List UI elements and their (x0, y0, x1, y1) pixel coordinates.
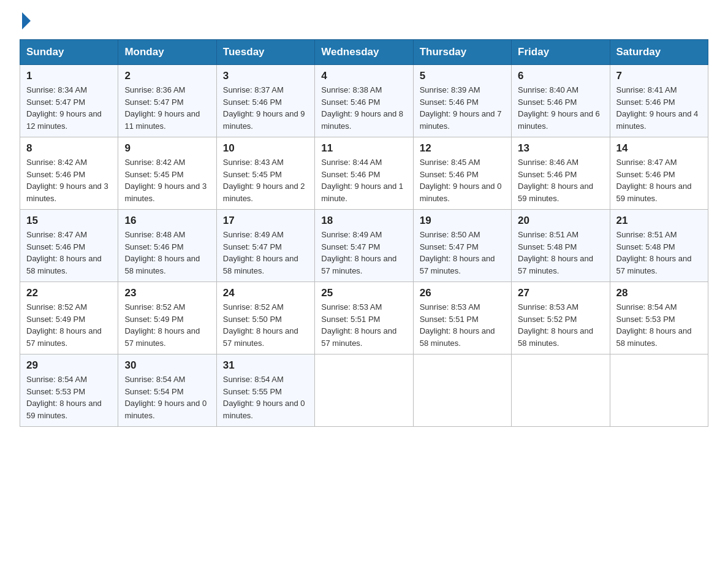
calendar-cell: 31 Sunrise: 8:54 AMSunset: 5:55 PMDaylig… (216, 354, 314, 427)
day-number: 9 (124, 142, 210, 155)
day-number: 24 (223, 287, 308, 299)
day-info: Sunrise: 8:50 AMSunset: 5:47 PMDaylight:… (420, 230, 495, 275)
day-info: Sunrise: 8:52 AMSunset: 5:49 PMDaylight:… (124, 302, 200, 348)
calendar-cell: 23 Sunrise: 8:52 AMSunset: 5:49 PMDaylig… (118, 282, 216, 354)
calendar-cell: 30 Sunrise: 8:54 AMSunset: 5:54 PMDaylig… (118, 354, 216, 427)
day-info: Sunrise: 8:54 AMSunset: 5:53 PMDaylight:… (26, 375, 102, 420)
calendar-cell: 15 Sunrise: 8:47 AMSunset: 5:46 PMDaylig… (20, 210, 118, 282)
calendar-week-row: 8 Sunrise: 8:42 AMSunset: 5:46 PMDayligh… (20, 137, 708, 210)
calendar-cell: 4 Sunrise: 8:38 AMSunset: 5:46 PMDayligh… (315, 65, 413, 137)
calendar-cell: 11 Sunrise: 8:44 AMSunset: 5:46 PMDaylig… (315, 137, 413, 210)
day-info: Sunrise: 8:42 AMSunset: 5:45 PMDaylight:… (124, 158, 207, 203)
day-number: 21 (616, 215, 702, 227)
calendar-table: SundayMondayTuesdayWednesdayThursdayFrid… (20, 39, 708, 427)
day-info: Sunrise: 8:36 AMSunset: 5:47 PMDaylight:… (124, 85, 200, 131)
calendar-cell: 8 Sunrise: 8:42 AMSunset: 5:46 PMDayligh… (20, 137, 118, 210)
day-number: 31 (223, 359, 308, 372)
day-number: 3 (223, 70, 308, 82)
calendar-header-friday: Friday (512, 40, 610, 65)
calendar-cell: 13 Sunrise: 8:46 AMSunset: 5:46 PMDaylig… (512, 137, 610, 210)
calendar-cell (610, 354, 708, 427)
calendar-header-sunday: Sunday (20, 40, 118, 65)
calendar-header-tuesday: Tuesday (216, 40, 314, 65)
day-number: 7 (616, 70, 702, 82)
calendar-cell: 27 Sunrise: 8:53 AMSunset: 5:52 PMDaylig… (512, 282, 610, 354)
calendar-cell: 10 Sunrise: 8:43 AMSunset: 5:45 PMDaylig… (216, 137, 314, 210)
calendar-cell: 6 Sunrise: 8:40 AMSunset: 5:46 PMDayligh… (512, 65, 610, 137)
calendar-cell (413, 354, 511, 427)
logo-triangle-icon (22, 12, 31, 29)
calendar-cell: 24 Sunrise: 8:52 AMSunset: 5:50 PMDaylig… (216, 282, 314, 354)
day-info: Sunrise: 8:51 AMSunset: 5:48 PMDaylight:… (616, 230, 692, 275)
calendar-cell: 16 Sunrise: 8:48 AMSunset: 5:46 PMDaylig… (118, 210, 216, 282)
calendar-week-row: 15 Sunrise: 8:47 AMSunset: 5:46 PMDaylig… (20, 210, 708, 282)
calendar-week-row: 22 Sunrise: 8:52 AMSunset: 5:49 PMDaylig… (20, 282, 708, 354)
logo (20, 15, 31, 29)
day-number: 20 (518, 215, 603, 227)
day-number: 6 (518, 70, 603, 82)
calendar-cell: 3 Sunrise: 8:37 AMSunset: 5:46 PMDayligh… (216, 65, 314, 137)
day-number: 5 (420, 70, 505, 82)
calendar-cell: 7 Sunrise: 8:41 AMSunset: 5:46 PMDayligh… (610, 65, 708, 137)
day-number: 4 (321, 70, 406, 82)
day-info: Sunrise: 8:44 AMSunset: 5:46 PMDaylight:… (321, 158, 403, 203)
day-info: Sunrise: 8:39 AMSunset: 5:46 PMDaylight:… (420, 85, 502, 131)
calendar-cell: 12 Sunrise: 8:45 AMSunset: 5:46 PMDaylig… (413, 137, 511, 210)
day-info: Sunrise: 8:40 AMSunset: 5:46 PMDaylight:… (518, 85, 600, 131)
day-info: Sunrise: 8:53 AMSunset: 5:52 PMDaylight:… (518, 302, 593, 348)
day-info: Sunrise: 8:51 AMSunset: 5:48 PMDaylight:… (518, 230, 593, 275)
day-info: Sunrise: 8:46 AMSunset: 5:46 PMDaylight:… (518, 158, 593, 203)
calendar-header-wednesday: Wednesday (315, 40, 413, 65)
day-info: Sunrise: 8:54 AMSunset: 5:53 PMDaylight:… (616, 302, 692, 348)
calendar-cell: 21 Sunrise: 8:51 AMSunset: 5:48 PMDaylig… (610, 210, 708, 282)
day-number: 1 (26, 70, 112, 82)
day-info: Sunrise: 8:53 AMSunset: 5:51 PMDaylight:… (321, 302, 396, 348)
calendar-cell: 5 Sunrise: 8:39 AMSunset: 5:46 PMDayligh… (413, 65, 511, 137)
calendar-header-row: SundayMondayTuesdayWednesdayThursdayFrid… (20, 40, 708, 65)
day-info: Sunrise: 8:54 AMSunset: 5:55 PMDaylight:… (223, 375, 305, 420)
day-number: 10 (223, 142, 308, 155)
day-info: Sunrise: 8:48 AMSunset: 5:46 PMDaylight:… (124, 230, 200, 275)
page-header (20, 15, 708, 29)
day-number: 8 (26, 142, 112, 155)
day-info: Sunrise: 8:41 AMSunset: 5:46 PMDaylight:… (616, 85, 699, 131)
day-info: Sunrise: 8:49 AMSunset: 5:47 PMDaylight:… (321, 230, 396, 275)
calendar-cell: 26 Sunrise: 8:53 AMSunset: 5:51 PMDaylig… (413, 282, 511, 354)
calendar-cell: 22 Sunrise: 8:52 AMSunset: 5:49 PMDaylig… (20, 282, 118, 354)
day-info: Sunrise: 8:54 AMSunset: 5:54 PMDaylight:… (124, 375, 207, 420)
day-number: 28 (616, 287, 702, 299)
calendar-cell: 9 Sunrise: 8:42 AMSunset: 5:45 PMDayligh… (118, 137, 216, 210)
day-info: Sunrise: 8:52 AMSunset: 5:50 PMDaylight:… (223, 302, 298, 348)
calendar-cell: 28 Sunrise: 8:54 AMSunset: 5:53 PMDaylig… (610, 282, 708, 354)
day-number: 2 (124, 70, 210, 82)
calendar-cell: 29 Sunrise: 8:54 AMSunset: 5:53 PMDaylig… (20, 354, 118, 427)
calendar-header-monday: Monday (118, 40, 216, 65)
day-info: Sunrise: 8:52 AMSunset: 5:49 PMDaylight:… (26, 302, 102, 348)
calendar-cell: 14 Sunrise: 8:47 AMSunset: 5:46 PMDaylig… (610, 137, 708, 210)
day-number: 16 (124, 215, 210, 227)
day-number: 25 (321, 287, 406, 299)
calendar-header-saturday: Saturday (610, 40, 708, 65)
day-info: Sunrise: 8:49 AMSunset: 5:47 PMDaylight:… (223, 230, 298, 275)
calendar-cell: 1 Sunrise: 8:34 AMSunset: 5:47 PMDayligh… (20, 65, 118, 137)
calendar-cell: 18 Sunrise: 8:49 AMSunset: 5:47 PMDaylig… (315, 210, 413, 282)
day-number: 11 (321, 142, 406, 155)
calendar-cell: 25 Sunrise: 8:53 AMSunset: 5:51 PMDaylig… (315, 282, 413, 354)
day-info: Sunrise: 8:34 AMSunset: 5:47 PMDaylight:… (26, 85, 102, 131)
day-number: 22 (26, 287, 112, 299)
calendar-cell: 17 Sunrise: 8:49 AMSunset: 5:47 PMDaylig… (216, 210, 314, 282)
calendar-cell: 2 Sunrise: 8:36 AMSunset: 5:47 PMDayligh… (118, 65, 216, 137)
calendar-week-row: 1 Sunrise: 8:34 AMSunset: 5:47 PMDayligh… (20, 65, 708, 137)
calendar-cell (315, 354, 413, 427)
calendar-cell (512, 354, 610, 427)
day-number: 13 (518, 142, 603, 155)
day-number: 30 (124, 359, 210, 372)
day-info: Sunrise: 8:47 AMSunset: 5:46 PMDaylight:… (616, 158, 692, 203)
day-info: Sunrise: 8:53 AMSunset: 5:51 PMDaylight:… (420, 302, 495, 348)
day-info: Sunrise: 8:47 AMSunset: 5:46 PMDaylight:… (26, 230, 102, 275)
day-info: Sunrise: 8:45 AMSunset: 5:46 PMDaylight:… (420, 158, 502, 203)
day-number: 17 (223, 215, 308, 227)
calendar-header-thursday: Thursday (413, 40, 511, 65)
day-number: 14 (616, 142, 702, 155)
day-info: Sunrise: 8:37 AMSunset: 5:46 PMDaylight:… (223, 85, 305, 131)
